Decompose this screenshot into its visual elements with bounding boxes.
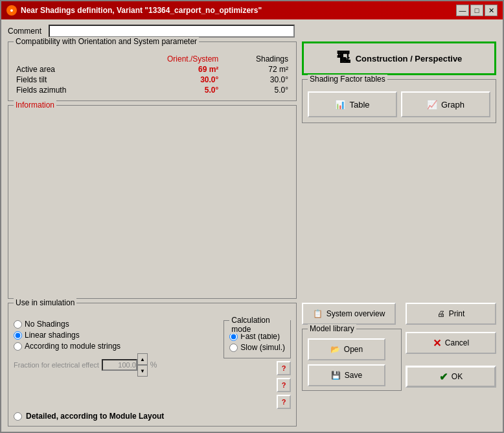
right-top-row: 📋 System overview 🖨 Print (302, 303, 496, 325)
use-sim-group: Use in simulation No Shadings Linear sha… (8, 303, 297, 427)
bottom-area: Use in simulation No Shadings Linear sha… (8, 303, 496, 427)
close-button[interactable]: ✕ (485, 5, 498, 16)
help-button-3[interactable]: ? (277, 395, 291, 409)
calc-mode-group: Calculation mode Fast (table) Slow (simu… (223, 320, 291, 358)
right-bottom: 📋 System overview 🖨 Print Model library (302, 303, 496, 427)
table-row: Active area 69 m² 72 m² (14, 64, 291, 75)
title-bar: ● Near Shadings definition, Variant "133… (1, 1, 503, 19)
radio-no-shadings: No Shadings (14, 320, 218, 329)
system-overview-label: System overview (326, 309, 385, 318)
module-strings-label: According to module strings (25, 342, 120, 351)
construction-button[interactable]: 🏗 Construction / Perspective (302, 41, 496, 75)
construction-label: Construction / Perspective (356, 54, 463, 64)
open-icon: 📂 (330, 345, 340, 354)
shading-buttons: 📊 Table 📈 Graph (308, 91, 490, 117)
row-label: Fields azimuth (14, 85, 116, 95)
spinner-down[interactable]: ▼ (137, 365, 148, 377)
graph-button[interactable]: 📈 Graph (401, 91, 490, 117)
calc-mode-area: Calculation mode Fast (table) Slow (simu… (223, 318, 291, 409)
content-area: Comment Compatibility with Orientation a… (1, 19, 503, 432)
model-library-title: Model library (308, 324, 356, 333)
no-shadings-label: No Shadings (25, 320, 69, 329)
system-overview-icon: 📋 (313, 309, 323, 318)
detailed-radio[interactable] (14, 412, 22, 421)
spinner-up[interactable]: ▲ (137, 353, 148, 365)
calc-mode-title: Calculation mode (229, 316, 290, 334)
open-label: Open (344, 345, 363, 354)
detailed-row: Detailed, according to Module Layout (14, 412, 291, 421)
ok-button[interactable]: ✔ OK (406, 366, 496, 388)
row-label: Active area (14, 64, 116, 75)
comment-input[interactable] (49, 25, 295, 38)
compat-table: Orient./System Shadings Active area 69 m… (14, 54, 291, 95)
fraction-input[interactable] (102, 359, 137, 371)
table-button[interactable]: 📊 Table (308, 91, 397, 117)
comment-label: Comment (8, 27, 43, 36)
row-orient: 5.0° (116, 85, 221, 95)
radio-slow-simul: Slow (simul.) (229, 343, 285, 352)
save-label: Save (345, 371, 362, 380)
left-panel: Compatibility with Orientation and Syste… (8, 41, 297, 299)
main-window: ● Near Shadings definition, Variant "133… (0, 0, 504, 433)
save-button[interactable]: 💾 Save (308, 364, 385, 386)
orient-header: Orient./System (116, 54, 221, 64)
graph-label: Graph (441, 100, 464, 110)
fraction-label: Fraction for electrical effect (14, 361, 99, 369)
compat-group: Compatibility with Orientation and Syste… (8, 41, 297, 101)
module-strings-radio[interactable] (14, 342, 22, 351)
ok-icon: ✔ (439, 371, 448, 383)
spinner-arrows: ▲ ▼ (137, 353, 148, 377)
fraction-spinner: ▲ ▼ (102, 353, 148, 377)
no-shadings-radio[interactable] (14, 320, 22, 329)
maximize-button[interactable]: □ (470, 5, 483, 16)
main-area: Compatibility with Orientation and Syste… (8, 41, 496, 299)
sim-inner: No Shadings Linear shadings According to… (14, 318, 291, 409)
row-shading: 5.0° (221, 85, 291, 95)
minimize-button[interactable]: — (456, 5, 469, 16)
app-icon: ● (6, 5, 17, 16)
table-label: Table (349, 100, 369, 110)
detailed-label: Detailed, according to Module Layout (26, 412, 164, 421)
model-open-save: 📂 Open 💾 Save (308, 338, 396, 386)
print-icon: 🖨 (437, 309, 445, 318)
sim-radios: No Shadings Linear shadings According to… (14, 318, 218, 409)
help-button-1[interactable]: ? (277, 361, 291, 375)
use-sim-title: Use in simulation (14, 298, 76, 307)
construction-icon: 🏗 (336, 50, 350, 67)
print-button[interactable]: 🖨 Print (406, 303, 496, 325)
radio-linear-shadings: Linear shadings (14, 331, 218, 340)
row-shading: 30.0° (221, 75, 291, 85)
table-icon: 📊 (335, 100, 345, 110)
window-title: Near Shadings definition, Variant "13364… (21, 6, 262, 15)
table-row: Fields tilt 30.0° 30.0° (14, 75, 291, 85)
fraction-unit: % (150, 360, 157, 369)
comment-row: Comment (8, 25, 496, 38)
print-label: Print (449, 309, 465, 318)
information-box: Information (8, 105, 297, 299)
slow-simul-radio[interactable] (229, 344, 238, 352)
information-title: Information (14, 100, 56, 110)
cancel-button[interactable]: ✕ Cancel (406, 332, 496, 354)
shading-factor-title: Shading Factor tables (308, 75, 387, 84)
open-button[interactable]: 📂 Open (308, 338, 385, 360)
system-overview-button[interactable]: 📋 System overview (302, 303, 396, 325)
title-buttons: — □ ✕ (456, 5, 498, 16)
cancel-icon: ✕ (433, 337, 441, 349)
graph-icon: 📈 (427, 100, 437, 110)
model-library-row: Model library 📂 Open 💾 Save (302, 329, 496, 391)
compat-title: Compatibility with Orientation and Syste… (14, 37, 199, 46)
model-library-group: Model library 📂 Open 💾 Save (302, 329, 402, 391)
action-buttons-col: 🖨 Print (406, 303, 496, 325)
help-button-2[interactable]: ? (277, 378, 291, 392)
radio-module-strings: According to module strings (14, 342, 218, 351)
shadings-header: Shadings (221, 54, 291, 64)
help-buttons: ? ? ? (223, 361, 291, 409)
cancel-label: Cancel (445, 338, 469, 347)
slow-simul-label: Slow (simul.) (240, 343, 285, 352)
shading-factor-group: Shading Factor tables 📊 Table 📈 Graph (302, 79, 496, 123)
row-shading: 72 m² (221, 64, 291, 75)
ok-label: OK (452, 372, 463, 381)
linear-shadings-label: Linear shadings (25, 331, 80, 340)
linear-shadings-radio[interactable] (14, 331, 22, 340)
save-icon: 💾 (331, 371, 341, 380)
